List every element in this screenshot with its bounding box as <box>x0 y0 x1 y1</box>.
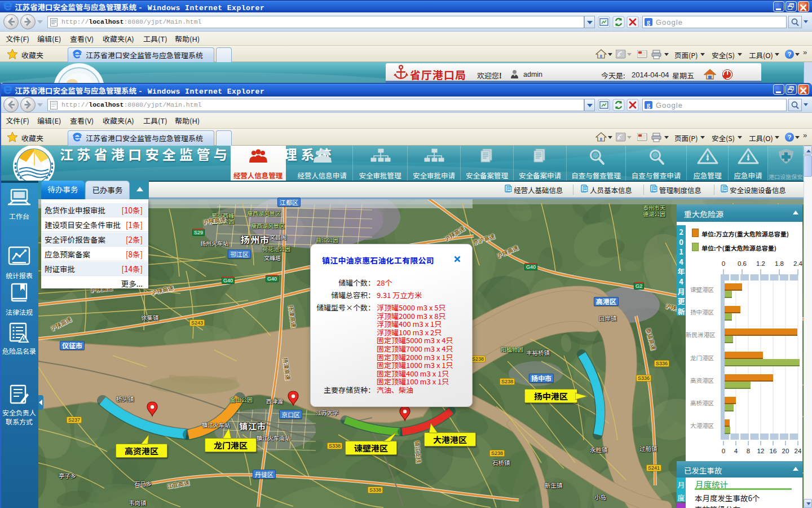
svg-text:4: 4 <box>734 448 738 454</box>
svg-text:0: 0 <box>722 260 725 267</box>
svg-text:1.2: 1.2 <box>756 260 765 267</box>
svg-text:1.8: 1.8 <box>775 260 784 267</box>
svg-text:8: 8 <box>747 448 750 454</box>
svg-text:0.6: 0.6 <box>738 260 747 267</box>
svg-text:20: 20 <box>782 448 789 454</box>
svg-text:12: 12 <box>757 448 765 454</box>
svg-text:16: 16 <box>770 448 777 454</box>
svg-text:0: 0 <box>722 448 725 454</box>
svg-text:24: 24 <box>795 448 802 454</box>
svg-text:2.4: 2.4 <box>793 260 802 267</box>
